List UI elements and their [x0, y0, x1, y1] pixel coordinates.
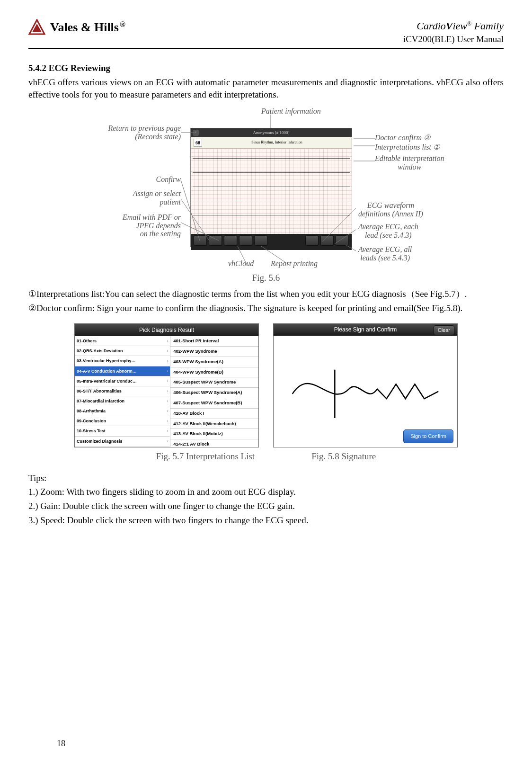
list-item[interactable]: 09-Conclusion›: [75, 416, 170, 426]
toolbar-avg-all-button[interactable]: [336, 235, 349, 246]
toolbar-avg-each-button[interactable]: [320, 235, 334, 246]
annot-patient-info: Patient information: [261, 107, 321, 116]
annot-return: Return to previous page (Records state): [100, 124, 181, 141]
note-doctor-confirm: ②Doctor confirm: Sign your name to confi…: [28, 302, 504, 314]
sign-confirm-button[interactable]: Sign to Confirm: [403, 429, 453, 443]
list-item[interactable]: 04-A-V Conduction Abnorm…›: [75, 366, 170, 376]
section-title: 5.4.2 ECG Reviewing: [28, 63, 110, 73]
fig57-caption: Fig. 5.7 Interpretations List: [156, 450, 255, 463]
tips-title: Tips:: [28, 472, 504, 484]
brand-reg: ®: [120, 20, 125, 28]
fig57-bar: Pick Diagnosis Result: [75, 324, 258, 336]
ecg-waveform-area: [191, 149, 352, 234]
list-item[interactable]: 407-Suspect WPW Syndrome(B): [170, 398, 258, 409]
figure-5-6: < Anonymous [# 1000] 68 Sinus Rhythm, In…: [28, 109, 504, 284]
list-item[interactable]: 401-Short PR Interval: [170, 336, 258, 347]
toolbar-waveform-button[interactable]: [305, 235, 319, 246]
annot-vhcloud: vhCloud: [228, 259, 254, 268]
figures-5-7-5-8: Pick Diagnosis Result 01-Others›02-QRS-A…: [28, 323, 504, 447]
brand: Vales & Hills®: [28, 19, 125, 36]
fig5758-captions: Fig. 5.7 Interpretations List Fig. 5.8 S…: [28, 450, 504, 463]
toolbar-patient-button[interactable]: [209, 235, 222, 246]
list-item[interactable]: 02-QRS-Axis Deviation›: [75, 346, 170, 356]
fig56-interp-bar: 68 Sinus Rhythm, Inferior Infarction: [191, 137, 352, 149]
list-item[interactable]: 01-Others›: [75, 336, 170, 346]
annot-interp-list: Interpretations list ①: [375, 143, 440, 152]
toolbar-print-button[interactable]: [254, 235, 267, 246]
annot-avg-all: Average ECG, all leads (see 5.4.3): [358, 245, 412, 262]
list-item[interactable]: 406-Suspect WPW Syndrome(A): [170, 388, 258, 398]
list-item[interactable]: 03-Ventricular Hypertrophy…›: [75, 356, 170, 366]
list-item[interactable]: 403-WPW Syndrome(A): [170, 357, 258, 367]
fig57-categories: 01-Others›02-QRS-Axis Deviation›03-Ventr…: [75, 336, 170, 447]
product-family-tail: Family: [471, 20, 504, 32]
page-number: 18: [57, 738, 65, 749]
annot-doctor-confirm: Doctor confirm ②: [375, 134, 430, 142]
list-item[interactable]: 10-Stress Test›: [75, 426, 170, 436]
list-item[interactable]: 412-AV Block II(Wenckebach): [170, 419, 258, 429]
page-header: Vales & Hills® CardioView® Family iCV200…: [28, 19, 504, 45]
fig58-caption: Fig. 5.8 Signature: [311, 450, 376, 463]
list-item[interactable]: 07-Miocardial Infarction›: [75, 396, 170, 406]
signature-area[interactable]: Sign to Confirm: [274, 336, 457, 447]
annot-editable: Editable interpretation window: [375, 154, 444, 171]
fig56-toolbar: [191, 234, 352, 250]
list-item[interactable]: 402-WPW Syndrome: [170, 347, 258, 357]
list-item[interactable]: 414-2:1 AV Block: [170, 439, 258, 447]
fig58-bar: Please Sign and Confirm Clear: [274, 324, 457, 336]
toolbar-confirm-button[interactable]: [194, 235, 207, 246]
header-right: CardioView® Family iCV200(BLE) User Manu…: [403, 19, 504, 45]
product-family-v: V: [446, 20, 453, 32]
fig56-caption: Fig. 5.6: [28, 272, 504, 284]
clear-button[interactable]: Clear: [434, 325, 454, 335]
annot-waveform: ECG waveform definitions (Annex II): [358, 201, 423, 218]
list-item[interactable]: Customized Diagnosis›: [75, 437, 170, 447]
list-item[interactable]: 05-Intra-Ventricular Conduc…›: [75, 376, 170, 386]
fig58-title: Please Sign and Confirm: [334, 326, 397, 333]
product-family-reg: ®: [467, 20, 471, 27]
subtitle: iCV200(BLE) User Manual: [403, 33, 504, 45]
list-item[interactable]: 06-ST/T Abnormalities›: [75, 386, 170, 396]
toolbar-vhcloud-button[interactable]: [239, 235, 252, 246]
logo-icon: [28, 19, 45, 36]
tip-2: 2.) Gain: Double click the screen with o…: [28, 500, 504, 512]
fig57-title: Pick Diagnosis Result: [139, 326, 194, 334]
note-interpretations: ①Interpretations list:You can select the…: [28, 288, 504, 300]
annot-report: Report printing: [271, 259, 318, 268]
annot-email: Email with PDF or JPEG depends on the se…: [110, 213, 181, 238]
header-rule: [28, 48, 504, 49]
list-item[interactable]: 405-Suspect WPW Syndrome: [170, 377, 258, 388]
list-item[interactable]: 410-AV Block I: [170, 409, 258, 419]
list-item[interactable]: 413-AV Block II(Mobitz): [170, 429, 258, 439]
tip-3: 3.) Speed: Double click the screen with …: [28, 514, 504, 527]
interp-text: Sinus Rhythm, Inferior Infarction: [205, 140, 349, 145]
annot-assign: Assign or select patient: [119, 189, 181, 206]
product-family: CardioView® Family: [403, 19, 504, 33]
fig56-titlebar: < Anonymous [# 1000]: [191, 128, 352, 137]
list-item[interactable]: 08-Arrhythmia›: [75, 406, 170, 416]
product-family-prefix: Cardio: [417, 20, 446, 32]
list-item[interactable]: 404-WPW Syndrome(B): [170, 367, 258, 378]
fig57-items: 401-Short PR Interval402-WPW Syndrome403…: [170, 336, 258, 447]
hr-value: 68: [194, 139, 202, 147]
annot-avg-each: Average ECG, each lead (see 5.4.3): [358, 223, 418, 239]
fig56-screenshot: < Anonymous [# 1000] 68 Sinus Rhythm, In…: [190, 128, 352, 247]
toolbar-email-button[interactable]: [224, 235, 237, 246]
annot-confirw: Confirw: [148, 175, 181, 184]
product-family-suffix: iew: [452, 20, 467, 32]
figure-5-8: Please Sign and Confirm Clear Sign to Co…: [273, 323, 458, 447]
brand-text: Vales & Hills: [50, 20, 119, 34]
fig56-title: Anonymous [# 1000]: [253, 130, 290, 135]
back-button[interactable]: <: [193, 130, 199, 136]
tip-1: 1.) Zoom: With two fingers sliding to zo…: [28, 486, 504, 498]
figure-5-7: Pick Diagnosis Result 01-Others›02-QRS-A…: [74, 323, 259, 447]
section-intro: vhECG offers various views on an ECG wit…: [28, 76, 504, 100]
